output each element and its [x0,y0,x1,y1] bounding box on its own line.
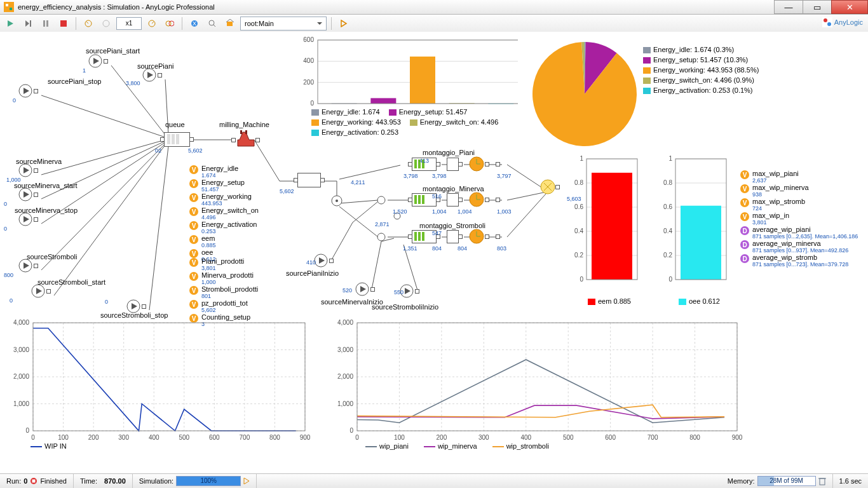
svg-text:2,000: 2,000 [13,373,29,380]
svg-text:200: 200 [303,79,314,86]
svg-text:1: 1 [668,156,672,162]
root-combo[interactable]: root:Main [240,17,327,30]
svg-rect-53 [255,138,259,142]
val-sminizio: 520 [342,287,352,294]
var-Energy_switch_on: V Energy_switch_on4.496 [189,207,259,221]
svg-rect-208 [357,323,737,431]
svg-text:4,000: 4,000 [13,319,29,326]
svg-text:0: 0 [580,276,583,283]
pause-button[interactable] [38,16,53,31]
val-mill-out: 5,602 [280,188,294,194]
window-close-button[interactable]: ✕ [831,0,868,14]
run-button[interactable] [3,16,18,31]
brand-logo: AnyLogic [822,17,863,27]
svg-rect-2 [10,8,12,10]
app-icon [4,2,14,12]
svg-rect-63 [408,162,412,166]
step-button[interactable] [20,16,36,31]
svg-text:800: 800 [689,434,700,441]
svg-text:0: 0 [310,100,314,107]
svg-text:0: 0 [349,427,353,434]
speed-virtual-button[interactable] [162,16,177,31]
var-max_wip_stromb: V max_wip_stromb724 [740,198,858,212]
svg-rect-89 [408,234,412,238]
trash-icon[interactable] [818,477,826,485]
val-spinizio: 410 [306,259,316,266]
speed-realtime-button[interactable] [98,16,114,31]
variable-icon: V [189,207,198,216]
svg-rect-3 [30,20,31,27]
val-sourceMinerva_start: 0 [4,201,7,207]
svg-rect-115 [410,57,435,104]
var-Energy_activation: V Energy_activation0.253 [189,221,259,235]
svg-text:100: 100 [58,434,69,441]
nav-origin-button[interactable]: X [187,16,202,31]
var-Piani_prodotti: V Piani_prodotti3,801 [189,258,258,272]
val-split-up: 4,211 [351,179,365,186]
svg-rect-41 [370,287,374,291]
svg-point-58 [336,200,338,202]
svg-point-19 [827,22,831,26]
var-max_wip_minerva: V max_wip_minerva938 [740,184,858,198]
svg-rect-79 [458,198,462,201]
variable-icon: V [189,179,198,188]
var-eem: V eem0.885 [189,235,259,249]
svg-text:200: 200 [437,434,447,441]
svg-rect-92 [458,234,462,238]
val-split-down: 2,871 [375,221,390,227]
svg-rect-31 [34,217,37,221]
svg-point-98 [377,196,385,204]
svg-text:0.4: 0.4 [663,227,672,234]
speed-up-button[interactable] [144,16,159,31]
svg-rect-37 [142,304,146,308]
svg-rect-97 [496,234,499,238]
svg-rect-66 [458,162,462,166]
svg-point-99 [377,233,385,241]
svg-rect-27 [34,168,37,172]
svg-text:3,000: 3,000 [13,346,29,353]
var-list-energy: V Energy_idle1.674 V Energy_setup51.457 … [189,165,259,263]
nav-zoom-button[interactable] [205,16,220,31]
svg-text:600: 600 [605,434,616,441]
window-maximize-button[interactable]: ▭ [803,0,832,14]
svg-text:100: 100 [394,434,405,441]
speed-down-button[interactable] [81,16,96,31]
variable-icon: V [189,286,198,295]
svg-text:X: X [193,20,196,27]
stop-button[interactable] [56,16,71,31]
nav-home-button[interactable] [222,16,238,31]
simulation-progress: 100% [176,476,241,486]
svg-rect-211 [820,478,825,485]
label-mont-piani: montaggio_Piani [423,149,475,156]
label-sourcePiani_stop: sourcePiani_stop [48,78,101,85]
developer-button[interactable] [336,16,351,31]
svg-rect-87 [418,232,421,241]
svg-text:4,000: 4,000 [337,319,353,326]
var-average_wip_stromb: D average_wip_stromb871 samples [0...723… [740,254,858,268]
label-sourcePiani_start: sourcePiani_start [86,47,140,55]
var-list-wip: V max_wip_piani2,637 V max_wip_minerva93… [740,170,858,268]
svg-point-18 [824,18,827,22]
svg-rect-39 [329,259,333,262]
svg-rect-55 [294,178,297,182]
svg-rect-54 [297,173,320,187]
svg-rect-75 [422,195,424,204]
svg-text:600: 600 [209,434,220,441]
simulation-canvas[interactable]: sourcePiani_start1sourcePiani3,800source… [0,32,868,474]
svg-rect-25 [34,89,37,93]
window-minimize-button[interactable]: — [774,0,803,14]
svg-rect-145 [681,206,721,280]
data-icon: D [740,240,749,249]
svg-text:500: 500 [179,434,189,441]
svg-text:300: 300 [118,434,129,441]
speed-input[interactable]: x1 [116,17,142,30]
var-average_wip_piani: D average_wip_piani871 samples [0...2,63… [740,226,858,240]
oee-bar-chart: 00.20.40.60.81 [658,156,731,289]
energy-pie-chart [527,37,642,151]
svg-rect-91 [447,230,458,243]
svg-text:3,000: 3,000 [337,346,353,353]
svg-text:2,000: 2,000 [337,373,353,380]
val-sourceMinerva_stop: 0 [4,226,7,232]
svg-rect-29 [34,193,37,196]
variable-icon: V [189,258,198,267]
